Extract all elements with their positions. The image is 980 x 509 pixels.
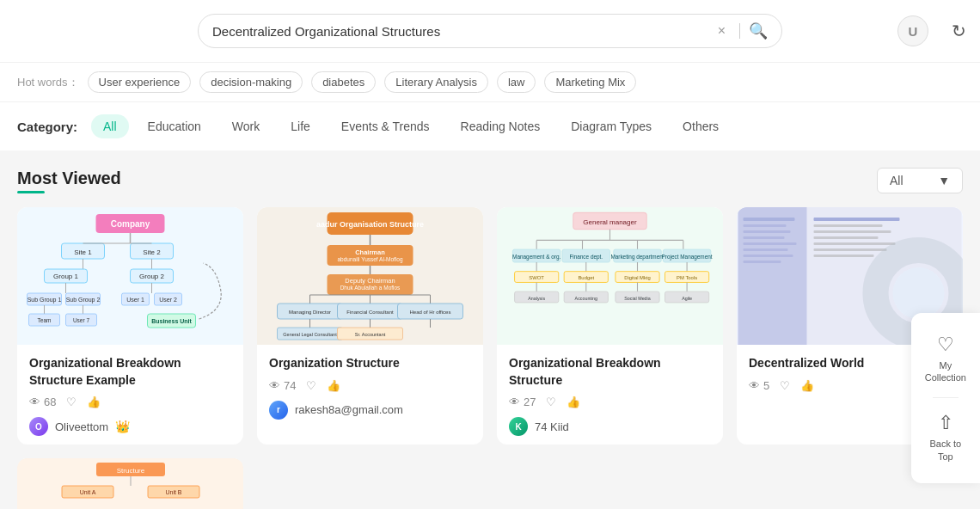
- refresh-icon[interactable]: ↻: [952, 21, 966, 41]
- hot-word-literary-analysis[interactable]: Literary Analysis: [384, 71, 488, 93]
- svg-text:Accounting: Accounting: [575, 296, 597, 301]
- svg-rect-114: [814, 242, 896, 245]
- cat-education[interactable]: Education: [136, 114, 213, 138]
- crown-icon-1: 👑: [115, 420, 130, 433]
- svg-rect-104: [744, 230, 791, 233]
- svg-rect-110: [814, 218, 900, 221]
- search-icon[interactable]: 🔍: [749, 21, 768, 40]
- card-author-3: K 74 Kiid: [509, 417, 711, 436]
- svg-text:Digital Mktg: Digital Mktg: [624, 275, 651, 280]
- svg-rect-103: [744, 224, 787, 227]
- svg-rect-108: [744, 254, 793, 257]
- cat-events[interactable]: Events & Trends: [329, 114, 442, 138]
- card-org-example[interactable]: Company Site 1 Site 2 Group: [17, 207, 243, 445]
- back-to-top-button[interactable]: ⇧ Back toTop: [927, 405, 965, 469]
- card-stats-3: 👁 27 ♡ 👍: [509, 396, 711, 408]
- card-thumb-up-1[interactable]: 👍: [87, 396, 101, 408]
- author-name-3: 74 Kiid: [535, 420, 569, 433]
- svg-text:Head of Hr offices: Head of Hr offices: [410, 310, 451, 315]
- card-thumb-up-3[interactable]: 👍: [567, 396, 580, 408]
- svg-text:Project Management: Project Management: [662, 254, 713, 261]
- cat-work[interactable]: Work: [220, 114, 272, 138]
- eye-icon-3: 👁: [509, 396, 520, 408]
- card-like-2[interactable]: ♡: [306, 379, 316, 392]
- card-like-1[interactable]: ♡: [66, 396, 77, 408]
- cat-diagram[interactable]: Diagram Types: [559, 114, 664, 138]
- svg-rect-105: [744, 236, 785, 239]
- card-obs[interactable]: General manager Management & org. Financ…: [497, 207, 723, 445]
- cat-life[interactable]: Life: [279, 114, 322, 138]
- hot-word-decision-making[interactable]: decision-making: [199, 71, 303, 93]
- search-clear-button[interactable]: ×: [718, 23, 726, 39]
- card-author-1: O Oliveettom 👑: [29, 417, 231, 436]
- svg-text:abdunaili Yussef Al-Moflog: abdunaili Yussef Al-Moflog: [337, 256, 403, 263]
- cat-reading[interactable]: Reading Notes: [449, 114, 553, 138]
- search-input[interactable]: [212, 24, 718, 39]
- search-wrapper: × 🔍: [198, 14, 782, 48]
- svg-text:User 2: User 2: [159, 297, 177, 303]
- svg-text:Sub Group 1: Sub Group 1: [28, 297, 62, 304]
- svg-text:General Legal Consultant: General Legal Consultant: [283, 332, 337, 337]
- card-title-1: Organizational Breakdown Structure Examp…: [29, 355, 231, 389]
- card-stats-1: 👁 68 ♡ 👍: [29, 396, 231, 408]
- card-thumb-2: aadur Organisation Structure Chairman ab…: [257, 207, 483, 345]
- arrow-up-icon: ⇧: [938, 412, 953, 434]
- card-thumb-up-4[interactable]: 👍: [800, 379, 814, 392]
- hot-word-marketing-mix[interactable]: Marketing Mix: [544, 71, 636, 93]
- card-partial-5[interactable]: Structure Unit A Unit B: [17, 458, 243, 509]
- svg-text:Marketing department: Marketing department: [610, 254, 664, 261]
- svg-text:Unit A: Unit A: [79, 489, 95, 495]
- card-thumb-up-2[interactable]: 👍: [327, 379, 340, 392]
- cat-others[interactable]: Others: [671, 114, 731, 138]
- avatar[interactable]: U: [897, 15, 928, 46]
- svg-rect-107: [744, 248, 788, 251]
- svg-text:Structure: Structure: [116, 467, 144, 475]
- sidebar-divider: [933, 397, 959, 398]
- svg-text:General manager: General manager: [583, 218, 637, 226]
- svg-rect-106: [744, 242, 797, 245]
- svg-text:Management & org.: Management & org.: [512, 254, 560, 261]
- svg-rect-115: [814, 248, 887, 251]
- hot-word-diabetes[interactable]: diabetes: [311, 71, 376, 93]
- card-author-2: r rakesh8a@gmail.com: [269, 401, 471, 420]
- collection-label: MyCollection: [925, 359, 966, 384]
- svg-text:Sr. Accountant: Sr. Accountant: [355, 332, 386, 337]
- svg-text:Unit B: Unit B: [165, 489, 181, 495]
- my-collection-button[interactable]: ♡ MyCollection: [922, 327, 970, 391]
- card-title-3: Organizational Breakdown Structure: [509, 355, 711, 389]
- hot-words-bar: Hot words： User experience decision-maki…: [0, 62, 980, 101]
- svg-text:User 7: User 7: [73, 317, 90, 323]
- eye-icon-2: 👁: [269, 379, 280, 392]
- author-avatar-2: r: [269, 401, 288, 420]
- card-views-3: 👁 27: [509, 396, 536, 408]
- hot-word-user-experience[interactable]: User experience: [88, 71, 192, 93]
- hot-words-label: Hot words：: [17, 75, 79, 90]
- author-avatar-3: K: [509, 417, 528, 436]
- hot-word-law[interactable]: law: [497, 71, 536, 93]
- svg-text:Deputy Chairman: Deputy Chairman: [345, 277, 395, 285]
- svg-rect-116: [814, 254, 874, 257]
- svg-text:Agile: Agile: [682, 296, 692, 301]
- svg-text:SWOT: SWOT: [529, 275, 544, 280]
- category-bar: Category: All Education Work Life Events…: [0, 101, 980, 150]
- svg-text:Social Media: Social Media: [624, 296, 651, 301]
- card-org-structure[interactable]: aadur Organisation Structure Chairman ab…: [257, 207, 483, 445]
- author-name-2: rakesh8a@gmail.com: [295, 403, 403, 416]
- svg-text:PM Tools: PM Tools: [677, 275, 697, 280]
- card-stats-2: 👁 74 ♡ 👍: [269, 379, 471, 392]
- card-views-1: 👁 68: [29, 396, 56, 408]
- svg-text:Group 1: Group 1: [53, 273, 78, 280]
- svg-point-118: [893, 267, 945, 319]
- svg-text:Analysis: Analysis: [528, 296, 545, 301]
- svg-text:Company: Company: [111, 219, 150, 229]
- svg-text:Finance dept.: Finance dept.: [569, 254, 603, 261]
- card-like-4[interactable]: ♡: [780, 379, 790, 392]
- svg-text:Financial Consultant: Financial Consultant: [346, 310, 394, 315]
- card-like-3[interactable]: ♡: [546, 396, 556, 408]
- filter-value: All: [890, 174, 903, 187]
- card-thumb-3: General manager Management & org. Financ…: [497, 207, 723, 345]
- filter-dropdown[interactable]: All ▼: [877, 168, 963, 193]
- eye-icon-4: 👁: [749, 379, 760, 392]
- card-thumb-1: Company Site 1 Site 2 Group: [17, 207, 243, 345]
- cat-all[interactable]: All: [91, 114, 129, 138]
